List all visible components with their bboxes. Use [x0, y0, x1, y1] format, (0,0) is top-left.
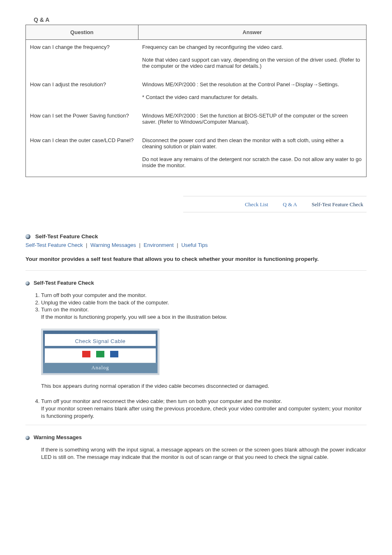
signal-box-footer: Analog — [44, 363, 157, 372]
step-text: If the monitor is functioning properly, … — [41, 314, 227, 320]
step-item: Unplug the video cable from the back of … — [41, 299, 367, 306]
blue-square-icon — [110, 351, 118, 357]
qa-row: How can I clean the outer case/LCD Panel… — [26, 133, 367, 177]
step-text: Turn on the monitor. — [41, 306, 89, 313]
qa-row: How can I adjust the resolution? Windows… — [26, 77, 367, 108]
bullet-icon — [25, 281, 30, 286]
self-test-subheading: Self-Test Feature Check — [34, 280, 94, 286]
qa-question: How can I set the Power Saving function? — [26, 108, 138, 133]
self-test-steps-continued: Turn off your monitor and reconnect the … — [41, 398, 367, 420]
warning-heading-row: Warning Messages — [25, 434, 367, 440]
signal-box-title: Check Signal Cable — [45, 334, 156, 346]
bullet-icon — [25, 234, 30, 239]
self-test-intro: Your monitor provides a self test featur… — [25, 256, 367, 263]
qa-answer-para: Windows ME/XP/2000 : Set the resolution … — [142, 81, 362, 88]
divider — [25, 270, 367, 271]
step-text: Turn off your monitor and reconnect the … — [41, 398, 282, 404]
qa-answer-para: Note that video card support can vary, d… — [142, 57, 362, 69]
separator: | — [139, 242, 141, 248]
bullet-icon — [25, 436, 30, 440]
anchor-bar: Self-Test Feature Check | Warning Messag… — [25, 242, 367, 248]
qa-question: How can I adjust the resolution? — [26, 77, 138, 108]
nav-check-list[interactable]: Check List — [245, 201, 268, 208]
qa-answer: Windows ME/XP/2000 : Set the function at… — [138, 108, 366, 133]
qa-table: Question Answer How can I change the fre… — [25, 25, 367, 177]
qa-question: How can I change the frequency? — [26, 40, 138, 78]
signal-box: Check Signal Cable Analog — [41, 329, 159, 375]
qa-question: How can I clean the outer case/LCD Panel… — [26, 133, 138, 177]
signal-cable-illustration: Check Signal Cable Analog — [41, 329, 367, 375]
qa-table-header-row: Question Answer — [26, 25, 367, 40]
divider — [25, 425, 367, 425]
qa-answer-para: Frequency can be changed by reconfigurin… — [142, 44, 362, 50]
green-square-icon — [96, 351, 104, 357]
step-item: Turn on the monitor. If the monitor is f… — [41, 306, 367, 320]
qa-answer-para: Do not leave any remains of the detergen… — [142, 156, 362, 168]
qa-answer: Frequency can be changed by reconfigurin… — [138, 40, 366, 78]
anchor-self-test[interactable]: Self-Test Feature Check — [25, 242, 83, 248]
qa-header-answer: Answer — [138, 25, 366, 40]
qa-answer-para: * Contact the video card manufacturer fo… — [142, 94, 362, 100]
qa-section-title: Q & A — [25, 16, 367, 23]
page-content: Q & A Question Answer How can I change t… — [1, 0, 391, 494]
qa-row: How can I set the Power Saving function?… — [26, 108, 367, 133]
step-text: If your monitor screen remains blank aft… — [41, 405, 362, 419]
color-squares — [45, 348, 156, 363]
anchor-warning-messages[interactable]: Warning Messages — [90, 242, 136, 248]
self-test-steps: Turn off both your computer and the moni… — [41, 292, 367, 320]
anchor-environment[interactable]: Environment — [144, 242, 174, 248]
step-item: Turn off your monitor and reconnect the … — [41, 398, 367, 420]
qa-row: How can I change the frequency? Frequenc… — [26, 40, 367, 78]
qa-answer: Windows ME/XP/2000 : Set the resolution … — [138, 77, 366, 108]
self-test-subheading-row: Self-Test Feature Check — [25, 280, 367, 286]
self-test-heading-row: Self-Test Feature Check — [25, 233, 367, 240]
warning-heading: Warning Messages — [34, 434, 82, 440]
nav-self-test[interactable]: Self-Test Feature Check — [312, 201, 363, 208]
red-square-icon — [82, 351, 90, 357]
top-nav: Check List Q & A Self-Test Feature Check — [183, 196, 367, 212]
anchor-useful-tips[interactable]: Useful Tips — [181, 242, 208, 248]
below-illustration-text: This box appears during normal operation… — [41, 382, 367, 390]
warning-paragraph: If there is something wrong with the inp… — [41, 446, 367, 461]
separator: | — [86, 242, 87, 248]
qa-header-question: Question — [26, 25, 138, 40]
nav-q-and-a[interactable]: Q & A — [283, 201, 297, 208]
self-test-heading: Self-Test Feature Check — [35, 233, 98, 240]
step-item: Turn off both your computer and the moni… — [41, 292, 367, 299]
qa-answer: Disconnect the power cord and then clean… — [138, 133, 366, 177]
qa-answer-para: Windows ME/XP/2000 : Set the function at… — [142, 113, 362, 125]
qa-answer-para: Disconnect the power cord and then clean… — [142, 137, 362, 150]
separator: | — [177, 242, 178, 248]
